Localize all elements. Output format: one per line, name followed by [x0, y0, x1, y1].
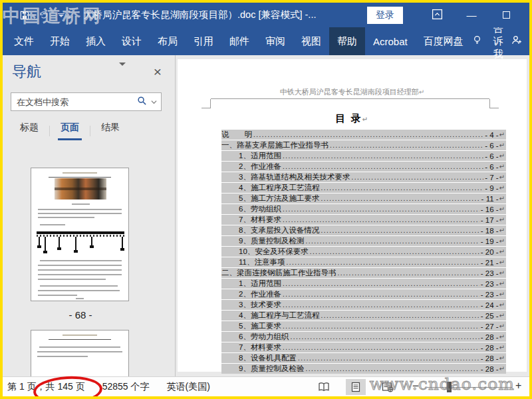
return-mark: ↵ [499, 365, 505, 372]
zoom-out-button[interactable]: − [412, 380, 419, 393]
toc-entry-label: 8、支承层投入设备情况 [239, 225, 319, 235]
return-mark: ↵ [419, 88, 424, 96]
zoom-slider-handle[interactable] [447, 382, 452, 392]
toc-entry-label: 4、施工程序及工艺流程 [239, 183, 319, 193]
toc-row[interactable]: 说 明.....................................… [221, 130, 506, 140]
toc-row[interactable]: 3、技术要求..................................… [221, 300, 506, 310]
tab-divider [49, 126, 50, 136]
sign-in-button[interactable]: 登录 [367, 7, 403, 24]
minimize-button[interactable]: — [460, 9, 483, 21]
document-page[interactable]: 中铁大桥局沪昆客专长昆湖南段项目经理部↵ 目 录↵ 说 明...........… [178, 59, 527, 372]
toc-entry-label: 1、适用范围 [239, 151, 281, 161]
return-mark: ↵ [499, 205, 505, 213]
toc-row[interactable]: 7、材料要求..................................… [221, 215, 506, 225]
search-options-chevron-icon[interactable] [151, 96, 157, 108]
pane-options-chevron-icon[interactable] [119, 66, 126, 78]
ribbon-tab[interactable]: 开始 [42, 27, 78, 55]
page-thumbnail-next[interactable] [31, 330, 129, 376]
return-mark: ↵ [499, 237, 505, 245]
navigation-pane: 导航 × 标题页面结果 [3, 55, 176, 376]
toc-row[interactable]: 6、劳动力组织.................................… [221, 332, 506, 342]
toc-leader-dots: ........................................… [283, 344, 479, 351]
thumb-text-line [63, 172, 98, 174]
toc-entry-label: 一、路基支承层施工作业指导书 [221, 140, 329, 150]
undo-icon[interactable] [39, 10, 49, 20]
toc-row[interactable]: 9、质量控制及检验...............................… [221, 364, 506, 374]
toc-row[interactable]: 8、设备机具配置................................… [221, 353, 506, 363]
toc-row[interactable]: 4、施工程序及工艺流程.............................… [221, 183, 506, 193]
ribbon-display-options-icon[interactable] [426, 9, 448, 22]
toc-entry-label: 3、路基轨道结构及相关技术要求 [239, 172, 350, 182]
print-layout-icon[interactable] [346, 379, 366, 395]
search-icon[interactable] [137, 96, 147, 108]
ribbon-tab[interactable]: 百度网盘 [416, 27, 471, 55]
return-mark: ↵ [499, 354, 505, 362]
toc-row[interactable]: 二、梁面连接钢筋施工作业指导书.........................… [221, 268, 506, 278]
ribbon-tab[interactable]: 邮件 [221, 27, 257, 55]
toc-page-number: - 24 - [481, 301, 499, 309]
nav-tab[interactable]: 页面 [58, 122, 82, 140]
search-input[interactable] [17, 97, 137, 107]
document-search-box[interactable] [11, 92, 162, 111]
ribbon-tab[interactable]: 设计 [114, 27, 150, 55]
toc-page-number: - 28 - [481, 344, 499, 352]
toc-row[interactable]: 10、安全及环保要求..............................… [221, 247, 506, 257]
toc-leader-dots: ........................................… [305, 365, 479, 372]
toc-entry-label: 5、施工方法及施工要求 [239, 194, 319, 203]
ribbon-tab[interactable]: 插入 [78, 27, 114, 55]
ribbon-tab[interactable]: 审阅 [257, 27, 293, 55]
save-icon[interactable] [20, 11, 29, 20]
toc-row[interactable]: 2、作业准备..................................… [221, 162, 506, 172]
ribbon-tab[interactable]: Acrobat [365, 27, 416, 55]
toc-entry-label: 2、作业准备 [239, 289, 281, 299]
read-mode-icon[interactable] [314, 379, 334, 395]
return-mark: ↵ [499, 184, 505, 192]
word-count[interactable]: 52855 个字 [102, 381, 150, 393]
nav-tab[interactable]: 结果 [98, 122, 122, 140]
return-mark: ↵ [499, 301, 505, 309]
application-window: 大桥局沪昆客专长昆湖南段项目部）.doc [兼容模式] -... 登录 — 文件… [0, 0, 532, 399]
ribbon-tabs: 文件开始插入设计布局引用邮件审阅视图帮助Acrobat百度网盘 [3, 27, 471, 55]
toc-row[interactable]: 9、质量控制及检测...............................… [221, 236, 506, 246]
toc-row[interactable]: 6、劳动组织..................................… [221, 204, 506, 214]
header-corner-mark-right [489, 99, 499, 108]
toc-row[interactable]: 8、支承层投入设备情况.............................… [221, 225, 506, 235]
toc-row[interactable]: 4、施工程序与工艺流程.............................… [221, 311, 506, 321]
page-indicator[interactable]: 第 1 页，共 145 页 [7, 381, 85, 393]
nav-tab[interactable]: 标题 [17, 122, 41, 140]
toc-row[interactable]: 7、材料要求..................................… [221, 342, 506, 352]
tell-me-box[interactable]: 告诉我 [487, 23, 510, 61]
language-indicator[interactable]: 英语(美国) [167, 381, 210, 393]
toc-row[interactable]: 5、施工要求..................................… [221, 321, 506, 331]
toc-row[interactable]: 一、路基支承层施工作业指导书..........................… [221, 140, 506, 150]
toc-leader-dots: ........................................… [298, 354, 479, 362]
share-person-icon[interactable] [510, 34, 523, 49]
close-pane-icon[interactable]: × [154, 66, 162, 78]
toc-page-number: - 28 - [481, 365, 499, 373]
navigation-pane-title: 导航 [12, 62, 41, 82]
lightbulb-icon[interactable] [471, 35, 483, 48]
title-bar: 大桥局沪昆客专长昆湖南段项目部）.doc [兼容模式] -... 登录 — [3, 3, 529, 27]
ribbon-tab[interactable]: 布局 [150, 27, 186, 55]
web-layout-icon[interactable] [378, 379, 398, 395]
toc-row[interactable]: 1、适用范围..................................… [221, 279, 506, 289]
toc-row[interactable]: 3、路基轨道结构及相关技术要求.........................… [221, 172, 506, 182]
zoom-in-button[interactable]: + [515, 380, 521, 392]
toc-row[interactable]: 5、施工方法及施工要求.............................… [221, 194, 506, 203]
toc-entry-label: 6、劳动组织 [239, 204, 281, 214]
ribbon-tab[interactable]: 引用 [186, 27, 221, 55]
toc-row[interactable]: 2、作业准备..................................… [221, 289, 506, 299]
ribbon-tab[interactable]: 帮助 [329, 27, 365, 55]
page-thumbnail-68[interactable] [31, 168, 129, 301]
customize-qat-icon[interactable] [58, 13, 65, 17]
maximize-button[interactable] [495, 9, 517, 21]
return-mark: ↵ [499, 269, 505, 277]
toc-row[interactable]: 11、注意事项.................................… [221, 257, 506, 267]
return-mark: ↵ [499, 323, 505, 330]
zoom-slider[interactable] [427, 387, 512, 388]
ribbon-tab[interactable]: 视图 [293, 27, 329, 55]
toc-row[interactable]: 1、适用范围..................................… [221, 151, 506, 161]
toc-leader-dots: ........................................… [290, 333, 479, 340]
ribbon-tab[interactable]: 文件 [3, 27, 42, 55]
return-mark: ↵ [499, 259, 505, 266]
